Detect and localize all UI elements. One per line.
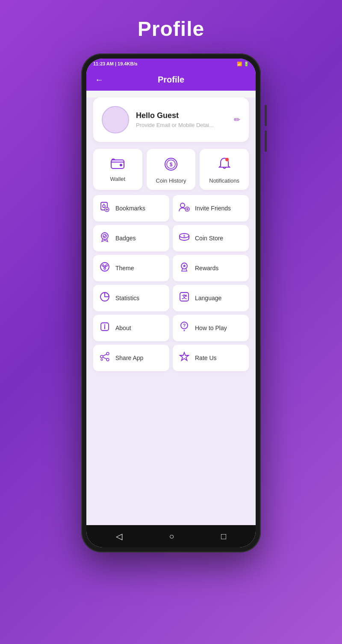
bookmarks-button[interactable]: Bookmarks bbox=[93, 195, 169, 222]
profile-subtitle: Provide Email or Mobile Detai... bbox=[136, 122, 240, 128]
svg-point-39 bbox=[100, 355, 103, 358]
page-title: Profile bbox=[138, 17, 204, 41]
share-app-icon bbox=[99, 352, 110, 364]
coin-history-button[interactable]: $ Coin History bbox=[147, 149, 196, 190]
about-button[interactable]: About bbox=[93, 315, 169, 341]
svg-point-21 bbox=[102, 265, 104, 266]
content-area: Hello Guest Provide Email or Mobile Deta… bbox=[86, 97, 256, 525]
svg-point-12 bbox=[180, 203, 185, 207]
badges-icon bbox=[99, 232, 110, 245]
app-header: ← Profile bbox=[86, 69, 256, 91]
bookmarks-label: Bookmarks bbox=[115, 205, 145, 212]
svg-point-24 bbox=[104, 266, 106, 268]
svg-point-1 bbox=[120, 164, 122, 166]
svg-point-38 bbox=[184, 330, 185, 331]
recent-nav-button[interactable]: □ bbox=[221, 532, 226, 541]
svg-point-41 bbox=[106, 358, 109, 361]
about-label: About bbox=[115, 325, 131, 331]
svg-text:$: $ bbox=[170, 162, 173, 168]
phone-screen: 11:23 AM | 19.4KB/s 📶 🔋 ← Profile Hello … bbox=[86, 59, 256, 547]
rewards-button[interactable]: ★ Rewards bbox=[173, 255, 249, 281]
network-icon: 📶 bbox=[237, 62, 242, 66]
quick-actions-grid: Wallet $ Coin History bbox=[93, 149, 249, 190]
how-to-play-button[interactable]: ? How to Play bbox=[173, 315, 249, 341]
status-icons: 📶 🔋 bbox=[237, 62, 249, 66]
svg-text:?: ? bbox=[183, 323, 186, 328]
svg-text:A: A bbox=[185, 294, 187, 298]
share-app-label: Share App bbox=[115, 354, 143, 361]
bookmarks-icon bbox=[99, 202, 110, 215]
bottom-nav: ◁ ○ □ bbox=[86, 525, 256, 547]
svg-text:$: $ bbox=[183, 234, 185, 238]
svg-point-20 bbox=[100, 263, 109, 271]
svg-point-34 bbox=[104, 325, 106, 326]
wallet-icon bbox=[111, 157, 124, 171]
profile-name: Hello Guest bbox=[136, 111, 240, 120]
edit-profile-button[interactable]: ✏ bbox=[234, 115, 240, 124]
rate-us-button[interactable]: Rate Us bbox=[173, 345, 249, 371]
header-title: Profile bbox=[158, 75, 184, 85]
back-button[interactable]: ← bbox=[95, 75, 103, 85]
language-label: Language bbox=[195, 295, 221, 301]
invite-friends-icon bbox=[179, 202, 190, 214]
svg-point-7 bbox=[103, 205, 105, 207]
theme-icon bbox=[99, 262, 110, 275]
theme-label: Theme bbox=[115, 265, 134, 272]
status-bar: 11:23 AM | 19.4KB/s 📶 🔋 bbox=[86, 59, 256, 69]
wallet-label: Wallet bbox=[110, 176, 126, 182]
language-button[interactable]: 文 A Language bbox=[173, 285, 249, 311]
coin-store-button[interactable]: $ Coin Store bbox=[173, 225, 249, 251]
rewards-icon: ★ bbox=[179, 262, 190, 275]
coin-history-icon: $ bbox=[164, 157, 178, 173]
phone-frame: 11:23 AM | 19.4KB/s 📶 🔋 ← Profile Hello … bbox=[81, 53, 261, 552]
notifications-icon bbox=[218, 157, 230, 173]
svg-line-43 bbox=[103, 357, 106, 359]
notifications-button[interactable]: Notifications bbox=[200, 149, 249, 190]
language-icon: 文 A bbox=[179, 292, 190, 304]
menu-grid: Bookmarks Invite Friends bbox=[93, 195, 249, 371]
volume-down-button bbox=[265, 130, 267, 152]
notifications-label: Notifications bbox=[209, 177, 239, 184]
wallet-button[interactable]: Wallet bbox=[93, 149, 142, 190]
battery-icon: 🔋 bbox=[244, 62, 249, 66]
rewards-label: Rewards bbox=[195, 265, 218, 272]
invite-friends-label: Invite Friends bbox=[195, 205, 231, 212]
profile-info: Hello Guest Provide Email or Mobile Deta… bbox=[136, 111, 240, 128]
rate-us-icon bbox=[179, 352, 190, 364]
svg-point-22 bbox=[106, 265, 107, 266]
statistics-label: Statistics bbox=[115, 295, 139, 301]
how-to-play-label: How to Play bbox=[195, 325, 227, 331]
svg-text:★: ★ bbox=[183, 264, 186, 268]
svg-point-44 bbox=[101, 359, 103, 360]
back-nav-button[interactable]: ◁ bbox=[116, 531, 122, 541]
profile-card: Hello Guest Provide Email or Mobile Deta… bbox=[93, 97, 249, 142]
svg-point-40 bbox=[106, 352, 109, 355]
invite-friends-button[interactable]: Invite Friends bbox=[173, 195, 249, 222]
about-icon bbox=[99, 322, 110, 334]
svg-rect-0 bbox=[111, 160, 124, 168]
avatar bbox=[102, 106, 129, 133]
coin-store-label: Coin Store bbox=[195, 235, 223, 242]
badges-label: Badges bbox=[115, 235, 136, 242]
share-app-button[interactable]: Share App bbox=[93, 345, 169, 371]
statistics-icon bbox=[99, 292, 110, 304]
svg-point-5 bbox=[225, 158, 229, 161]
rate-us-label: Rate Us bbox=[195, 354, 217, 361]
coin-store-icon: $ bbox=[179, 232, 190, 244]
how-to-play-icon: ? bbox=[179, 322, 190, 334]
theme-button[interactable]: Theme bbox=[93, 255, 169, 281]
status-time: 11:23 AM | 19.4KB/s bbox=[93, 61, 138, 66]
volume-up-button bbox=[265, 105, 267, 126]
coin-history-label: Coin History bbox=[156, 177, 186, 184]
svg-line-42 bbox=[103, 354, 106, 356]
badges-button[interactable]: Badges bbox=[93, 225, 169, 251]
statistics-button[interactable]: Statistics bbox=[93, 285, 169, 311]
home-nav-button[interactable]: ○ bbox=[169, 532, 174, 541]
